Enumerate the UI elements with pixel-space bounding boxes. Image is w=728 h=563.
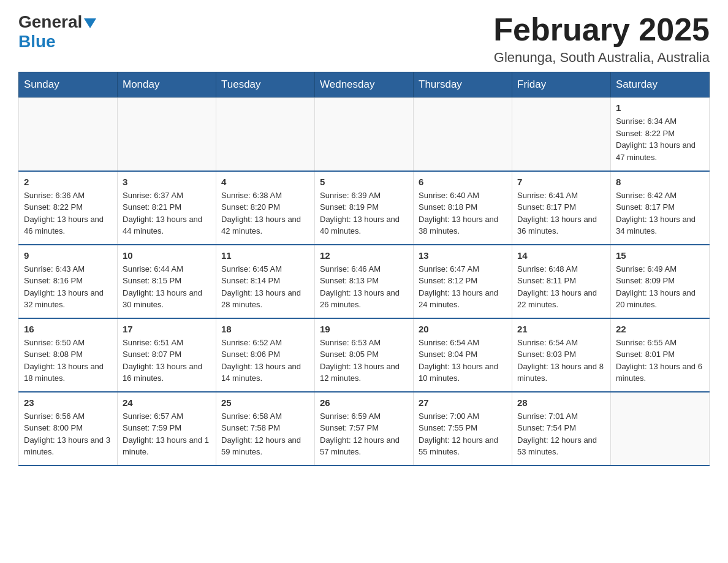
calendar-cell: 20Sunrise: 6:54 AMSunset: 8:04 PMDayligh… xyxy=(414,318,512,392)
calendar-cell: 14Sunrise: 6:48 AMSunset: 8:11 PMDayligh… xyxy=(512,245,611,318)
calendar-cell xyxy=(611,392,710,465)
month-title: February 2025 xyxy=(493,12,710,47)
week-row-1: 2Sunrise: 6:36 AMSunset: 8:22 PMDaylight… xyxy=(19,171,710,245)
calendar-cell: 25Sunrise: 6:58 AMSunset: 7:58 PMDayligh… xyxy=(216,392,315,465)
day-number: 18 xyxy=(221,324,309,334)
day-info: Sunrise: 6:55 AMSunset: 8:01 PMDaylight:… xyxy=(616,337,704,385)
calendar-cell xyxy=(19,98,118,171)
calendar-table: SundayMondayTuesdayWednesdayThursdayFrid… xyxy=(18,72,710,466)
day-number: 7 xyxy=(517,177,605,187)
day-info: Sunrise: 6:47 AMSunset: 8:12 PMDaylight:… xyxy=(419,263,507,311)
day-info: Sunrise: 7:00 AMSunset: 7:55 PMDaylight:… xyxy=(419,410,507,458)
calendar-cell: 2Sunrise: 6:36 AMSunset: 8:22 PMDaylight… xyxy=(19,171,118,245)
day-number: 12 xyxy=(320,250,408,261)
day-info: Sunrise: 6:56 AMSunset: 8:00 PMDaylight:… xyxy=(24,410,112,458)
calendar-cell: 24Sunrise: 6:57 AMSunset: 7:59 PMDayligh… xyxy=(118,392,216,465)
day-number: 3 xyxy=(123,177,211,187)
day-number: 22 xyxy=(616,324,704,334)
day-info: Sunrise: 6:43 AMSunset: 8:16 PMDaylight:… xyxy=(24,263,112,311)
weekday-header-sunday: Sunday xyxy=(19,72,118,98)
calendar-cell: 1Sunrise: 6:34 AMSunset: 8:22 PMDaylight… xyxy=(611,98,710,171)
calendar-cell: 6Sunrise: 6:40 AMSunset: 8:18 PMDaylight… xyxy=(414,171,512,245)
calendar-cell xyxy=(216,98,315,171)
day-info: Sunrise: 6:48 AMSunset: 8:11 PMDaylight:… xyxy=(517,263,605,311)
logo-triangle-icon xyxy=(84,18,96,28)
day-info: Sunrise: 6:36 AMSunset: 8:22 PMDaylight:… xyxy=(24,190,112,237)
week-row-3: 16Sunrise: 6:50 AMSunset: 8:08 PMDayligh… xyxy=(19,318,710,392)
calendar-cell: 23Sunrise: 6:56 AMSunset: 8:00 PMDayligh… xyxy=(19,392,118,465)
weekday-header-row: SundayMondayTuesdayWednesdayThursdayFrid… xyxy=(19,72,710,98)
calendar-cell: 3Sunrise: 6:37 AMSunset: 8:21 PMDaylight… xyxy=(118,171,216,245)
title-section: February 2025 Glenunga, South Australia,… xyxy=(493,12,710,66)
weekday-header-thursday: Thursday xyxy=(414,72,512,98)
day-info: Sunrise: 6:49 AMSunset: 8:09 PMDaylight:… xyxy=(616,263,704,311)
day-info: Sunrise: 6:59 AMSunset: 7:57 PMDaylight:… xyxy=(320,410,408,458)
day-info: Sunrise: 6:53 AMSunset: 8:05 PMDaylight:… xyxy=(320,337,408,385)
location-text: Glenunga, South Australia, Australia xyxy=(493,50,710,66)
day-number: 10 xyxy=(123,250,211,261)
day-number: 23 xyxy=(24,397,112,408)
day-info: Sunrise: 6:38 AMSunset: 8:20 PMDaylight:… xyxy=(221,190,309,237)
day-number: 28 xyxy=(517,397,605,408)
calendar-cell: 10Sunrise: 6:44 AMSunset: 8:15 PMDayligh… xyxy=(118,245,216,318)
day-number: 14 xyxy=(517,250,605,261)
day-number: 27 xyxy=(419,397,507,408)
calendar-cell: 7Sunrise: 6:41 AMSunset: 8:17 PMDaylight… xyxy=(512,171,611,245)
day-number: 17 xyxy=(123,324,211,334)
day-number: 15 xyxy=(616,250,704,261)
day-info: Sunrise: 6:54 AMSunset: 8:04 PMDaylight:… xyxy=(419,337,507,385)
calendar-cell xyxy=(414,98,512,171)
day-number: 2 xyxy=(24,177,112,187)
logo: General Blue xyxy=(18,12,96,52)
calendar-cell: 27Sunrise: 7:00 AMSunset: 7:55 PMDayligh… xyxy=(414,392,512,465)
calendar-cell: 17Sunrise: 6:51 AMSunset: 8:07 PMDayligh… xyxy=(118,318,216,392)
day-number: 6 xyxy=(419,177,507,187)
day-number: 1 xyxy=(616,102,704,113)
calendar-cell: 21Sunrise: 6:54 AMSunset: 8:03 PMDayligh… xyxy=(512,318,611,392)
day-info: Sunrise: 6:39 AMSunset: 8:19 PMDaylight:… xyxy=(320,190,408,237)
day-info: Sunrise: 6:58 AMSunset: 7:58 PMDaylight:… xyxy=(221,410,309,458)
calendar-cell: 4Sunrise: 6:38 AMSunset: 8:20 PMDaylight… xyxy=(216,171,315,245)
calendar-cell: 18Sunrise: 6:52 AMSunset: 8:06 PMDayligh… xyxy=(216,318,315,392)
calendar-cell xyxy=(512,98,611,171)
calendar-cell xyxy=(315,98,414,171)
calendar-cell: 12Sunrise: 6:46 AMSunset: 8:13 PMDayligh… xyxy=(315,245,414,318)
calendar-cell: 16Sunrise: 6:50 AMSunset: 8:08 PMDayligh… xyxy=(19,318,118,392)
logo-general-text: General xyxy=(18,12,82,32)
day-info: Sunrise: 7:01 AMSunset: 7:54 PMDaylight:… xyxy=(517,410,605,458)
day-info: Sunrise: 6:50 AMSunset: 8:08 PMDaylight:… xyxy=(24,337,112,385)
page-header: General Blue February 2025 Glenunga, Sou… xyxy=(18,12,710,66)
day-number: 21 xyxy=(517,324,605,334)
day-info: Sunrise: 6:51 AMSunset: 8:07 PMDaylight:… xyxy=(123,337,211,385)
day-info: Sunrise: 6:34 AMSunset: 8:22 PMDaylight:… xyxy=(616,115,704,163)
day-info: Sunrise: 6:44 AMSunset: 8:15 PMDaylight:… xyxy=(123,263,211,311)
day-number: 5 xyxy=(320,177,408,187)
day-info: Sunrise: 6:45 AMSunset: 8:14 PMDaylight:… xyxy=(221,263,309,311)
day-number: 16 xyxy=(24,324,112,334)
calendar-cell: 22Sunrise: 6:55 AMSunset: 8:01 PMDayligh… xyxy=(611,318,710,392)
day-info: Sunrise: 6:40 AMSunset: 8:18 PMDaylight:… xyxy=(419,190,507,237)
day-info: Sunrise: 6:54 AMSunset: 8:03 PMDaylight:… xyxy=(517,337,605,385)
day-info: Sunrise: 6:42 AMSunset: 8:17 PMDaylight:… xyxy=(616,190,704,237)
calendar-cell: 13Sunrise: 6:47 AMSunset: 8:12 PMDayligh… xyxy=(414,245,512,318)
weekday-header-wednesday: Wednesday xyxy=(315,72,414,98)
calendar-cell: 19Sunrise: 6:53 AMSunset: 8:05 PMDayligh… xyxy=(315,318,414,392)
weekday-header-monday: Monday xyxy=(118,72,216,98)
day-number: 4 xyxy=(221,177,309,187)
day-info: Sunrise: 6:52 AMSunset: 8:06 PMDaylight:… xyxy=(221,337,309,385)
weekday-header-friday: Friday xyxy=(512,72,611,98)
day-number: 25 xyxy=(221,397,309,408)
calendar-cell: 8Sunrise: 6:42 AMSunset: 8:17 PMDaylight… xyxy=(611,171,710,245)
week-row-2: 9Sunrise: 6:43 AMSunset: 8:16 PMDaylight… xyxy=(19,245,710,318)
logo-blue-text: Blue xyxy=(18,32,56,52)
day-number: 20 xyxy=(419,324,507,334)
day-number: 13 xyxy=(419,250,507,261)
day-info: Sunrise: 6:37 AMSunset: 8:21 PMDaylight:… xyxy=(123,190,211,237)
day-number: 8 xyxy=(616,177,704,187)
day-number: 19 xyxy=(320,324,408,334)
calendar-cell: 28Sunrise: 7:01 AMSunset: 7:54 PMDayligh… xyxy=(512,392,611,465)
week-row-0: 1Sunrise: 6:34 AMSunset: 8:22 PMDaylight… xyxy=(19,98,710,171)
day-number: 11 xyxy=(221,250,309,261)
calendar-cell: 5Sunrise: 6:39 AMSunset: 8:19 PMDaylight… xyxy=(315,171,414,245)
day-info: Sunrise: 6:46 AMSunset: 8:13 PMDaylight:… xyxy=(320,263,408,311)
